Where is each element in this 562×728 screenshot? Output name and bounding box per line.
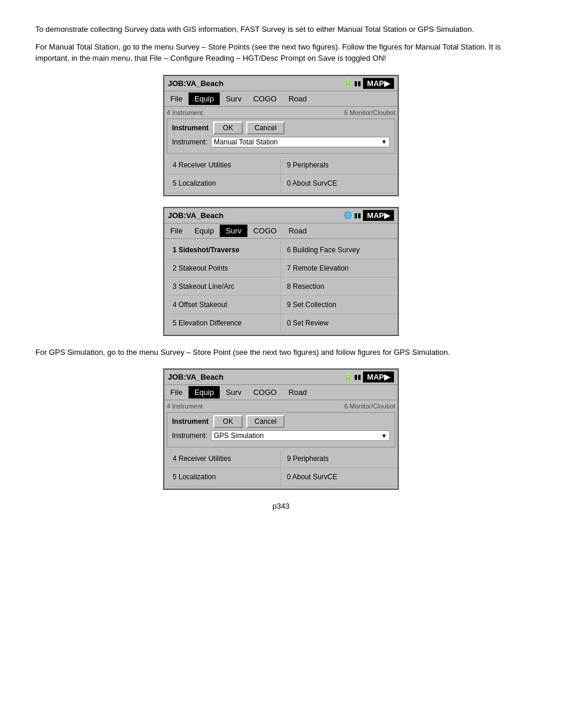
dialog-buttons-1: OK Cancel xyxy=(213,121,285,134)
menu-file-1[interactable]: File xyxy=(164,93,189,105)
menu-file-3[interactable]: File xyxy=(164,386,189,398)
menu-grid-1: 4 Receiver Utilities 9 Peripherals 5 Loc… xyxy=(167,156,395,193)
dialog-header-1: 4 Instrument 6 Monitor/Cloubot xyxy=(167,109,395,116)
menu-surv-1[interactable]: Surv xyxy=(220,93,247,105)
title-icons-2: 🌐 ▮▮ MAP▶ xyxy=(343,210,394,221)
dialog-panel-1: Instrument OK Cancel Instrument: Manual … xyxy=(167,118,395,154)
dialog-header-right-1: 6 Monitor/Cloubot xyxy=(344,109,395,116)
battery-bar-2: ▮▮ xyxy=(354,212,361,219)
menu-cogo-2[interactable]: COGO xyxy=(247,225,283,237)
menu-item-localization-1[interactable]: 5 Localization xyxy=(167,174,281,193)
menu-equip-1[interactable]: Equip xyxy=(189,93,220,105)
menu-equip-3[interactable]: Equip xyxy=(189,386,220,398)
menu-file-2[interactable]: File xyxy=(164,225,189,237)
title-icons-1: 🔋 ▮▮ MAP▶ xyxy=(343,78,394,89)
dialog-header-left-3: 4 Instrument xyxy=(167,403,203,410)
menu-item-peripherals-3[interactable]: 9 Peripherals xyxy=(281,450,395,468)
window-title-2: JOB:VA_Beach xyxy=(168,211,223,220)
menu-surv-2[interactable]: Surv xyxy=(220,225,247,237)
window-3: JOB:VA_Beach 🔋 ▮▮ MAP▶ File Equip Surv C… xyxy=(163,368,399,490)
window-2: JOB:VA_Beach 🌐 ▮▮ MAP▶ File Equip Surv C… xyxy=(163,207,399,336)
battery-bar-3: ▮▮ xyxy=(354,373,361,381)
menu-road-1[interactable]: Road xyxy=(283,93,313,105)
menu-item-peripherals-1[interactable]: 9 Peripherals xyxy=(281,156,395,174)
menu-stakeout-pts-2[interactable]: 2 Stakeout Points xyxy=(167,259,281,278)
menu-set-review-2[interactable]: 0 Set Review xyxy=(281,314,395,332)
instrument-select-1[interactable]: Manual Total Station ▼ xyxy=(211,137,390,147)
menu-stakeout-line-2[interactable]: 3 Stakeout Line/Arc xyxy=(167,278,281,296)
menu-item-receiver-3[interactable]: 4 Receiver Utilities xyxy=(167,450,281,468)
signal-icon-1: 🔋 xyxy=(343,79,352,87)
menu-offset-stakeout-2[interactable]: 4 Offset Stakeout xyxy=(167,296,281,314)
signal-icon-2: 🌐 xyxy=(343,211,352,219)
select-arrow-3: ▼ xyxy=(381,433,387,439)
menu-item-receiver-1[interactable]: 4 Receiver Utilities xyxy=(167,156,281,174)
title-bar-1: JOB:VA_Beach 🔋 ▮▮ MAP▶ xyxy=(164,76,398,91)
window-1: JOB:VA_Beach 🔋 ▮▮ MAP▶ File Equip Surv C… xyxy=(163,75,399,196)
title-icons-3: 🔋 ▮▮ MAP▶ xyxy=(343,371,394,383)
cancel-button-3[interactable]: Cancel xyxy=(246,415,285,428)
dialog-panel-3: Instrument OK Cancel Instrument: GPS Sim… xyxy=(167,412,395,447)
screenshot-2: JOB:VA_Beach 🌐 ▮▮ MAP▶ File Equip Surv C… xyxy=(35,207,527,336)
menu-cogo-1[interactable]: COGO xyxy=(247,93,283,105)
window-content-3: 4 Instrument 6 Monitor/Cloubot Instrumen… xyxy=(164,400,398,489)
screenshot-1: JOB:VA_Beach 🔋 ▮▮ MAP▶ File Equip Surv C… xyxy=(35,75,527,196)
menu-item-about-1[interactable]: 0 About SurvCE xyxy=(281,174,395,193)
dialog-header-left-1: 4 Instrument xyxy=(167,109,203,116)
menu-grid-3: 4 Receiver Utilities 9 Peripherals 5 Loc… xyxy=(167,450,395,486)
dialog-header-right-3: 6 Monitor/Cloubot xyxy=(344,403,395,410)
title-bar-2: JOB:VA_Beach 🌐 ▮▮ MAP▶ xyxy=(164,208,398,223)
paragraph-2: For Manual Total Station, go to the menu… xyxy=(35,41,527,64)
instrument-select-3[interactable]: GPS Simulation ▼ xyxy=(211,430,390,441)
instrument-value-3: GPS Simulation xyxy=(214,431,264,440)
ok-button-1[interactable]: OK xyxy=(213,121,243,134)
menu-building-face-2[interactable]: 6 Building Face Survey xyxy=(281,241,395,259)
page-number: p343 xyxy=(35,502,527,510)
title-bar-3: JOB:VA_Beach 🔋 ▮▮ MAP▶ xyxy=(164,370,398,385)
map-button-3[interactable]: MAP▶ xyxy=(363,371,394,383)
menu-item-localization-3[interactable]: 5 Localization xyxy=(167,468,281,486)
ok-button-3[interactable]: OK xyxy=(213,415,243,428)
menu-equip-2[interactable]: Equip xyxy=(189,225,220,237)
instrument-value-1: Manual Total Station xyxy=(214,138,278,146)
battery-bar-1: ▮▮ xyxy=(354,80,361,87)
menu-remote-elev-2[interactable]: 7 Remote Elevation xyxy=(281,259,395,278)
map-button-2[interactable]: MAP▶ xyxy=(363,210,394,221)
dialog-header-3: 4 Instrument 6 Monitor/Cloubot xyxy=(167,403,395,410)
window-title-1: JOB:VA_Beach xyxy=(168,79,223,88)
instrument-field-label-3: Instrument: xyxy=(172,431,207,440)
dialog-buttons-3: OK Cancel xyxy=(213,415,285,428)
menu-elev-diff-2[interactable]: 5 Elevation Difference xyxy=(167,314,281,332)
menu-bar-2: File Equip Surv COGO Road xyxy=(164,223,398,239)
select-arrow-1: ▼ xyxy=(381,139,387,145)
dialog-row-3: Instrument OK Cancel xyxy=(172,415,390,428)
paragraph-3: For GPS Simulation, go to the menu Surve… xyxy=(35,347,527,358)
map-button-1[interactable]: MAP▶ xyxy=(363,78,394,89)
window-content-1: 4 Instrument 6 Monitor/Cloubot Instrumen… xyxy=(164,107,398,195)
menu-bar-3: File Equip Surv COGO Road xyxy=(164,385,398,400)
signal-icon-3: 🔋 xyxy=(343,373,352,381)
menu-sideshot-2[interactable]: 1 Sideshot/Traverse xyxy=(167,241,281,259)
instrument-field-label-1: Instrument: xyxy=(172,138,207,146)
menu-road-3[interactable]: Road xyxy=(283,386,313,398)
menu-road-2[interactable]: Road xyxy=(283,225,313,237)
instrument-row-3: Instrument: GPS Simulation ▼ xyxy=(172,430,390,441)
window-content-2: 1 Sideshot/Traverse 6 Building Face Surv… xyxy=(164,239,398,335)
instrument-label-1: Instrument xyxy=(172,124,209,132)
instrument-label-3: Instrument xyxy=(172,417,209,426)
cancel-button-1[interactable]: Cancel xyxy=(246,121,285,134)
menu-bar-1: File Equip Surv COGO Road xyxy=(164,91,398,107)
menu-grid-2: 1 Sideshot/Traverse 6 Building Face Surv… xyxy=(167,241,395,332)
menu-set-collection-2[interactable]: 9 Set Collection xyxy=(281,296,395,314)
screenshot-3: JOB:VA_Beach 🔋 ▮▮ MAP▶ File Equip Surv C… xyxy=(35,368,527,490)
paragraph-1: To demonstrate collecting Survey data wi… xyxy=(35,24,527,35)
menu-item-about-3[interactable]: 0 About SurvCE xyxy=(281,468,395,486)
menu-cogo-3[interactable]: COGO xyxy=(247,386,283,398)
menu-resection-2[interactable]: 8 Resection xyxy=(281,278,395,296)
instrument-row-1: Instrument: Manual Total Station ▼ xyxy=(172,137,390,147)
menu-surv-3[interactable]: Surv xyxy=(220,386,247,398)
window-title-3: JOB:VA_Beach xyxy=(168,373,223,381)
dialog-row-1: Instrument OK Cancel xyxy=(172,121,390,134)
